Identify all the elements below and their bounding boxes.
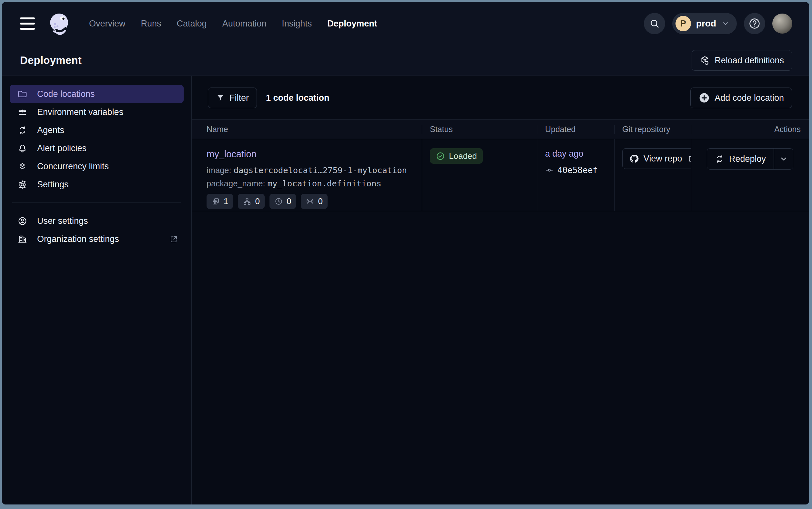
- sidebar: Code locations Environment variables: [2, 76, 192, 505]
- asset-count-badge: 1: [207, 194, 233, 209]
- workspace: Code locations Environment variables: [2, 76, 809, 505]
- updated-time: a day ago: [545, 149, 614, 159]
- status-label: Loaded: [449, 151, 477, 161]
- filter-button[interactable]: Filter: [208, 88, 257, 108]
- view-repo-button[interactable]: View repo: [622, 148, 691, 169]
- code-location-count: 1 code location: [266, 93, 330, 103]
- sidebar-item-label: User settings: [37, 216, 88, 226]
- nav-deployment[interactable]: Deployment: [320, 19, 385, 29]
- user-avatar[interactable]: [772, 13, 792, 34]
- column-header-status: Status: [422, 125, 537, 134]
- chevron-down-icon: [721, 20, 730, 28]
- asset-count: 1: [224, 196, 228, 206]
- check-circle-icon: [436, 151, 445, 161]
- sidebar-item-code-locations[interactable]: Code locations: [10, 85, 184, 103]
- redeploy-icon: [715, 154, 725, 164]
- package-value: my_location.definitions: [267, 179, 381, 188]
- name-cell: my_location image: dagstercodelocati…275…: [192, 139, 422, 211]
- package-line: package_name: my_location.definitions: [207, 179, 422, 188]
- nav-automation[interactable]: Automation: [215, 19, 274, 29]
- redeploy-dropdown-button[interactable]: [774, 148, 793, 169]
- deployment-name: prod: [696, 19, 716, 29]
- env-vars-icon: [17, 107, 28, 117]
- sidebar-item-agents[interactable]: Agents: [10, 121, 184, 139]
- organization-icon: [17, 234, 28, 244]
- sidebar-item-label: Alert policies: [37, 143, 86, 154]
- search-button[interactable]: [644, 13, 665, 34]
- redeploy-label: Redeploy: [729, 154, 766, 164]
- image-value: dagstercodelocati…2759-1-mylocation: [234, 165, 407, 175]
- status-cell: Loaded: [422, 139, 537, 211]
- column-header-actions: Actions: [691, 125, 809, 134]
- redeploy-split-button: Redeploy: [707, 148, 793, 170]
- sensor-count-badge: 0: [301, 194, 327, 209]
- asset-count-icon: [211, 197, 220, 206]
- chevron-down-icon: [779, 155, 788, 163]
- dagster-logo-icon[interactable]: [46, 10, 73, 37]
- deployment-switcher[interactable]: P prod: [672, 13, 737, 34]
- main-nav: Overview Runs Catalog Automation Insight…: [81, 19, 385, 29]
- folder-icon: [17, 89, 28, 99]
- git-repository-cell: View repo: [614, 139, 691, 211]
- add-code-location-button[interactable]: Add code location: [690, 88, 792, 108]
- image-label: image:: [207, 166, 231, 175]
- reload-definitions-icon: [700, 55, 710, 66]
- filter-icon: [216, 93, 225, 102]
- sidebar-item-settings[interactable]: Settings: [10, 175, 184, 194]
- toolbar: Filter 1 code location Add code location: [192, 76, 809, 120]
- commit-icon: [545, 166, 553, 174]
- page-title: Deployment: [20, 54, 82, 67]
- reload-definitions-label: Reload definitions: [714, 56, 784, 66]
- table-row: my_location image: dagstercodelocati…275…: [192, 139, 809, 211]
- sidebar-item-label: Agents: [37, 125, 64, 135]
- sidebar-item-organization-settings[interactable]: Organization settings: [10, 230, 184, 248]
- sensor-count: 0: [318, 196, 322, 206]
- user-circle-icon: [17, 216, 28, 226]
- sidebar-item-environment-variables[interactable]: Environment variables: [10, 103, 184, 121]
- status-badge: Loaded: [430, 148, 483, 164]
- main-content: Filter 1 code location Add code location…: [192, 76, 809, 505]
- gear-icon: [17, 179, 28, 190]
- nav-runs[interactable]: Runs: [133, 19, 169, 29]
- question-circle-icon: [748, 17, 761, 30]
- column-header-name: Name: [192, 125, 422, 134]
- table-header-row: Name Status Updated Git repository Actio…: [192, 120, 809, 139]
- nav-overview[interactable]: Overview: [81, 19, 133, 29]
- definition-count-badges: 1 0: [207, 194, 422, 209]
- sidebar-item-label: Organization settings: [37, 234, 119, 244]
- nav-insights[interactable]: Insights: [274, 19, 320, 29]
- redeploy-button[interactable]: Redeploy: [707, 148, 774, 169]
- nav-catalog[interactable]: Catalog: [169, 19, 215, 29]
- sidebar-item-concurrency-limits[interactable]: Concurrency limits: [10, 157, 184, 175]
- sensor-count-icon: [306, 197, 315, 206]
- commit-hash: 40e58eef: [557, 165, 598, 175]
- menu-icon[interactable]: [20, 18, 35, 30]
- sidebar-item-label: Code locations: [37, 89, 95, 99]
- code-location-link[interactable]: my_location: [207, 149, 257, 160]
- job-graph-count-badge: 0: [238, 194, 264, 209]
- actions-cell: Redeploy: [691, 139, 809, 211]
- sidebar-item-alert-policies[interactable]: Alert policies: [10, 139, 184, 157]
- sidebar-item-user-settings[interactable]: User settings: [10, 212, 184, 230]
- layers-icon: [17, 162, 28, 171]
- sidebar-item-label: Environment variables: [37, 107, 123, 117]
- top-nav: Overview Runs Catalog Automation Insight…: [2, 2, 809, 45]
- view-repo-label: View repo: [643, 154, 682, 164]
- top-nav-right: P prod: [644, 13, 792, 34]
- code-locations-table: Name Status Updated Git repository Actio…: [192, 120, 809, 211]
- package-label: package_name:: [207, 179, 265, 188]
- app-window: Overview Runs Catalog Automation Insight…: [2, 2, 809, 505]
- deployment-initial: P: [675, 16, 691, 31]
- external-link-icon: [169, 235, 179, 244]
- filter-label: Filter: [229, 93, 249, 103]
- reload-definitions-button[interactable]: Reload definitions: [692, 50, 792, 71]
- column-header-git-repository: Git repository: [614, 125, 691, 134]
- page-header: Deployment Reload definitions: [2, 45, 809, 76]
- window-frame: Overview Runs Catalog Automation Insight…: [0, 0, 812, 509]
- commit-row: 40e58eef: [545, 165, 614, 175]
- schedule-count-badge: 0: [269, 194, 296, 209]
- add-code-location-label: Add code location: [714, 93, 784, 103]
- schedule-count: 0: [287, 196, 291, 206]
- column-header-updated: Updated: [537, 125, 614, 134]
- help-button[interactable]: [744, 13, 765, 34]
